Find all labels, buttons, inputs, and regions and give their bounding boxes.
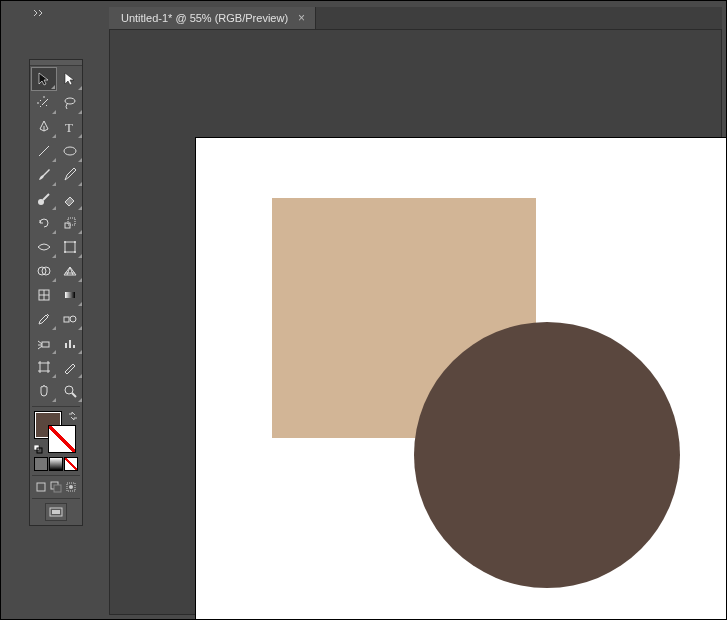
- blend-tool[interactable]: [57, 307, 83, 331]
- direct-selection-tool[interactable]: [57, 67, 83, 91]
- lasso-tool[interactable]: [57, 91, 83, 115]
- perspective-grid-tool[interactable]: [57, 259, 83, 283]
- svg-point-0: [65, 98, 75, 104]
- artboard-canvas[interactable]: [196, 138, 727, 620]
- close-tab-icon[interactable]: ×: [298, 11, 305, 25]
- svg-rect-16: [64, 317, 69, 322]
- artboard-tool[interactable]: [31, 355, 57, 379]
- svg-point-8: [64, 241, 66, 243]
- column-graph-tool[interactable]: [57, 331, 83, 355]
- document-tab[interactable]: Untitled-1* @ 55% (RGB/Preview) ×: [109, 7, 316, 29]
- svg-text:T: T: [65, 120, 73, 135]
- svg-rect-22: [40, 363, 48, 371]
- document-tab-title: Untitled-1* @ 55% (RGB/Preview): [121, 12, 288, 24]
- draw-behind-mode[interactable]: [49, 480, 63, 494]
- toolbox-panel: T: [29, 59, 83, 526]
- draw-normal-mode[interactable]: [34, 480, 48, 494]
- svg-rect-18: [42, 342, 49, 347]
- stroke-color-swatch[interactable]: [48, 425, 76, 453]
- rotate-tool[interactable]: [31, 211, 57, 235]
- blob-brush-tool[interactable]: [31, 187, 57, 211]
- change-screen-mode[interactable]: [45, 503, 67, 521]
- swap-fill-stroke-icon[interactable]: [68, 411, 78, 421]
- symbol-sprayer-tool[interactable]: [31, 331, 57, 355]
- pencil-tool[interactable]: [57, 163, 83, 187]
- svg-point-17: [70, 316, 76, 322]
- svg-rect-27: [37, 483, 45, 491]
- slice-tool[interactable]: [57, 355, 83, 379]
- scale-tool[interactable]: [57, 211, 83, 235]
- color-mode-solid[interactable]: [34, 457, 48, 471]
- paintbrush-tool[interactable]: [31, 163, 57, 187]
- zoom-tool[interactable]: [57, 379, 83, 403]
- type-tool[interactable]: T: [57, 115, 83, 139]
- pen-tool[interactable]: [31, 115, 57, 139]
- default-fill-stroke-icon[interactable]: [34, 445, 44, 455]
- eraser-tool[interactable]: [57, 187, 83, 211]
- svg-rect-29: [54, 485, 61, 492]
- selection-tool[interactable]: [31, 67, 57, 91]
- svg-point-23: [65, 386, 73, 394]
- svg-point-11: [74, 251, 76, 253]
- svg-rect-7: [65, 242, 75, 252]
- svg-line-24: [72, 393, 76, 397]
- document-tab-bar: Untitled-1* @ 55% (RGB/Preview) ×: [109, 7, 722, 29]
- magic-wand-tool[interactable]: [31, 91, 57, 115]
- svg-point-31: [69, 485, 73, 489]
- svg-rect-21: [73, 345, 75, 348]
- svg-rect-20: [69, 340, 71, 348]
- workarea[interactable]: [109, 29, 722, 615]
- svg-rect-6: [68, 218, 75, 225]
- svg-rect-15: [65, 292, 75, 298]
- panel-collapse-toggle[interactable]: [29, 7, 51, 19]
- draw-inside-mode[interactable]: [64, 480, 78, 494]
- mesh-tool[interactable]: [31, 283, 57, 307]
- svg-rect-33: [52, 510, 60, 514]
- fill-stroke-swatches: [34, 411, 78, 455]
- color-mode-gradient[interactable]: [49, 457, 63, 471]
- svg-line-2: [39, 146, 49, 156]
- width-tool[interactable]: [31, 235, 57, 259]
- circle-shape[interactable]: [414, 322, 680, 588]
- svg-point-9: [74, 241, 76, 243]
- free-transform-tool[interactable]: [57, 235, 83, 259]
- color-mode-none[interactable]: [64, 457, 78, 471]
- svg-point-10: [64, 251, 66, 253]
- hand-tool[interactable]: [31, 379, 57, 403]
- svg-rect-19: [65, 343, 67, 348]
- line-segment-tool[interactable]: [31, 139, 57, 163]
- ellipse-shape-tool[interactable]: [57, 139, 83, 163]
- svg-point-3: [64, 147, 76, 155]
- shape-builder-tool[interactable]: [31, 259, 57, 283]
- eyedropper-tool[interactable]: [31, 307, 57, 331]
- gradient-tool[interactable]: [57, 283, 83, 307]
